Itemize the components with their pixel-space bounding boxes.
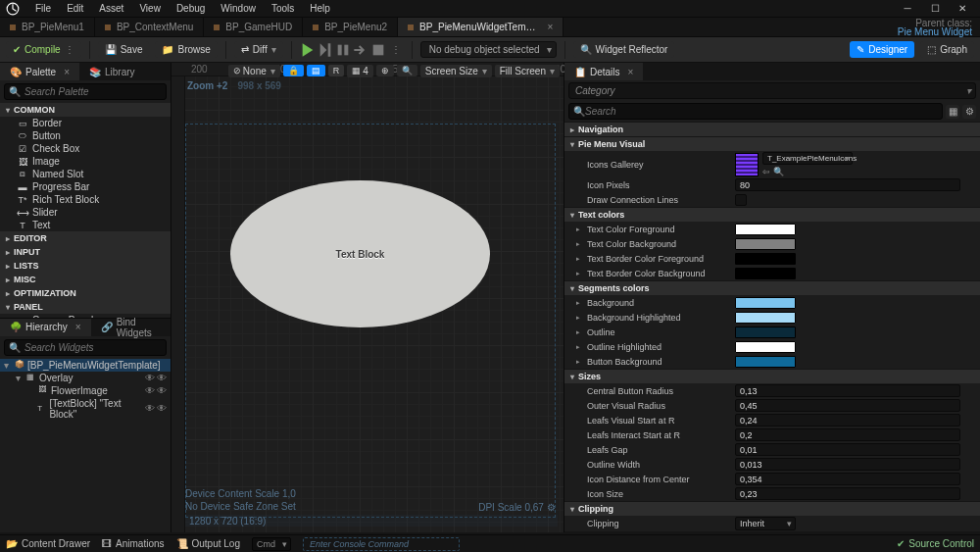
- palette-item[interactable]: ▬Progress Bar: [0, 180, 171, 193]
- lock-icon[interactable]: 👁: [157, 403, 167, 414]
- palette-item[interactable]: 🖼Image: [0, 155, 171, 168]
- color-swatch[interactable]: [735, 341, 796, 353]
- skip-button[interactable]: [318, 42, 333, 58]
- use-selected-icon[interactable]: ⇦: [762, 167, 770, 176]
- cmd-type-dropdown[interactable]: Cmd: [252, 537, 291, 551]
- category-common[interactable]: COMMON: [0, 103, 171, 117]
- asset-dropdown[interactable]: T_ExamplePieMenuIcons: [762, 152, 853, 165]
- detail-category[interactable]: Pie Menu Visual: [564, 136, 980, 151]
- browse-asset-icon[interactable]: 🔍: [773, 167, 784, 176]
- palette-item[interactable]: ⧈Named Slot: [0, 168, 171, 180]
- menu-window[interactable]: Window: [213, 3, 264, 14]
- palette-item[interactable]: ▭Border: [0, 117, 171, 129]
- vp-lock-icon[interactable]: 🔒: [283, 65, 304, 76]
- color-swatch[interactable]: [735, 238, 796, 250]
- library-tab[interactable]: 📚 Library: [79, 63, 145, 80]
- editor-tab[interactable]: BP_PieMenuWidgetTem…×: [398, 18, 564, 36]
- vp-fill-screen[interactable]: Fill Screen▾: [495, 65, 560, 77]
- hierarchy-tab[interactable]: 🌳 Hierarchy×: [0, 319, 91, 336]
- editor-tab[interactable]: BP_PieMenu2: [303, 18, 398, 36]
- number-input[interactable]: 0,23: [735, 487, 960, 500]
- hierarchy-item[interactable]: ▾▦Overlay👁👁: [0, 372, 171, 384]
- number-input[interactable]: 0,354: [735, 473, 960, 485]
- output-log-button[interactable]: 📜 Output Log: [176, 538, 240, 549]
- number-input[interactable]: 0,24: [735, 414, 960, 427]
- menu-help[interactable]: Help: [302, 3, 338, 14]
- vp-grid-icon[interactable]: ▦ 4: [347, 65, 373, 77]
- save-button[interactable]: 💾Save: [98, 41, 150, 58]
- palette-search-input[interactable]: [24, 86, 162, 97]
- category-dropdown[interactable]: Category: [568, 82, 976, 99]
- menu-file[interactable]: File: [27, 3, 59, 14]
- stop-button[interactable]: [370, 42, 386, 58]
- close-icon[interactable]: ×: [64, 67, 70, 77]
- number-input[interactable]: 0,45: [735, 399, 960, 412]
- checkbox[interactable]: [735, 194, 747, 206]
- close-icon[interactable]: ×: [75, 322, 81, 332]
- number-input[interactable]: 0,2: [735, 428, 960, 441]
- play-button[interactable]: [300, 42, 316, 58]
- category-panel[interactable]: PANEL: [0, 300, 171, 314]
- gear-icon[interactable]: ⚙: [547, 502, 556, 513]
- bind-widgets-tab[interactable]: 🔗 Bind Widgets: [91, 319, 171, 336]
- menu-asset[interactable]: Asset: [91, 3, 131, 14]
- category-optimization[interactable]: OPTIMIZATION: [0, 286, 171, 300]
- graph-button[interactable]: ⬚Graph: [920, 41, 974, 58]
- designer-button[interactable]: ✎Designer: [850, 41, 914, 58]
- window-minimize[interactable]: ─: [894, 1, 921, 17]
- lock-icon[interactable]: 👁: [157, 373, 167, 383]
- category-lists[interactable]: LISTS: [0, 259, 171, 273]
- pause-button[interactable]: [335, 42, 351, 58]
- details-tab[interactable]: 📋 Details×: [564, 63, 643, 80]
- number-input[interactable]: 0,013: [735, 458, 960, 471]
- color-swatch[interactable]: [735, 268, 796, 279]
- color-swatch[interactable]: [735, 297, 796, 309]
- compile-button[interactable]: ✔Compile⋮: [6, 41, 81, 58]
- close-icon[interactable]: ×: [547, 22, 553, 32]
- hierarchy-item[interactable]: 🖼FlowerImage👁👁: [0, 384, 171, 397]
- editor-tab[interactable]: BP_ContextMenu: [95, 18, 204, 36]
- animations-button[interactable]: 🎞 Animations: [102, 538, 164, 549]
- visibility-icon[interactable]: 👁: [145, 373, 155, 383]
- menu-tools[interactable]: Tools: [264, 3, 302, 14]
- palette-tab[interactable]: 🎨 Palette×: [0, 63, 79, 80]
- window-close[interactable]: ✕: [949, 1, 976, 17]
- number-input[interactable]: 0,01: [735, 443, 960, 456]
- detail-category[interactable]: Text colors: [564, 207, 980, 222]
- console-command-input[interactable]: Enter Console Command: [303, 537, 460, 551]
- vp-none[interactable]: ⊘ None▾: [228, 65, 280, 77]
- window-maximize[interactable]: ☐: [921, 1, 949, 17]
- palette-item[interactable]: T*Rich Text Block: [0, 193, 171, 206]
- hierarchy-search-input[interactable]: [24, 342, 162, 353]
- color-swatch[interactable]: [735, 326, 796, 338]
- palette-item[interactable]: TText: [0, 219, 171, 231]
- browse-button[interactable]: 📁Browse: [155, 41, 217, 58]
- number-input[interactable]: 80: [735, 178, 960, 191]
- vp-resolution-icon[interactable]: R: [328, 65, 345, 76]
- palette-item[interactable]: ☑Check Box: [0, 142, 171, 155]
- visibility-icon[interactable]: 👁: [145, 385, 155, 396]
- close-icon[interactable]: ×: [628, 67, 634, 77]
- menu-debug[interactable]: Debug: [169, 3, 213, 14]
- debug-object-select[interactable]: No debug object selected: [420, 41, 557, 58]
- hierarchy-root[interactable]: ▾📦[BP_PieMenuWidgetTemplate]: [0, 359, 171, 372]
- vp-zoom-icon[interactable]: 🔍: [397, 65, 417, 76]
- color-swatch[interactable]: [735, 356, 796, 368]
- category-misc[interactable]: MISC: [0, 273, 171, 286]
- editor-tab[interactable]: BP_PieMenu1: [0, 18, 95, 36]
- number-input[interactable]: 0,13: [735, 384, 960, 397]
- step-button[interactable]: [353, 42, 368, 58]
- content-drawer-button[interactable]: 📂 Content Drawer: [6, 538, 90, 549]
- details-grid-icon[interactable]: ▦: [946, 105, 959, 119]
- color-swatch[interactable]: [735, 312, 796, 324]
- detail-category[interactable]: Clipping: [564, 501, 980, 516]
- vp-loc-icon[interactable]: ⊕: [376, 65, 394, 76]
- menu-edit[interactable]: Edit: [59, 3, 91, 14]
- source-control-button[interactable]: Source Control: [897, 538, 974, 549]
- detail-category[interactable]: Segments colors: [564, 280, 980, 295]
- asset-thumbnail[interactable]: [735, 153, 759, 176]
- palette-item[interactable]: ⬭Button: [0, 129, 171, 142]
- category-input[interactable]: INPUT: [0, 245, 171, 259]
- details-search-input[interactable]: [585, 106, 938, 117]
- visibility-icon[interactable]: 👁: [145, 403, 155, 414]
